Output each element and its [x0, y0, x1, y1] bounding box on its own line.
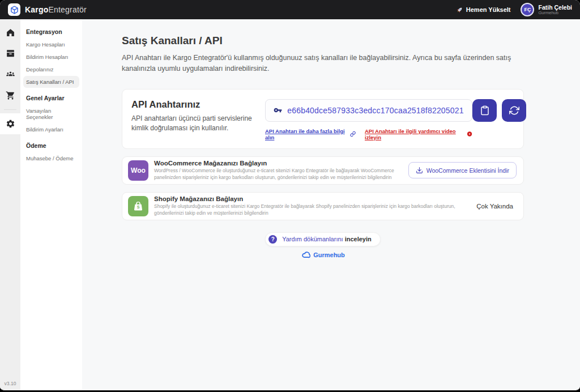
regenerate-api-key-button[interactable] — [502, 99, 526, 122]
rail-divider — [4, 109, 16, 110]
icon-rail: v3.10 — [0, 19, 20, 390]
woocommerce-download-label: WooCommerce Eklentisini İndir — [427, 167, 509, 174]
key-icon — [274, 106, 282, 114]
help-rest: inceleyin — [345, 236, 372, 242]
shopify-logo: S — [128, 196, 148, 216]
page-title: Satış Kanalları / API — [122, 35, 524, 47]
user-menu[interactable]: FÇ Fatih Çelebi Gurmehub — [521, 3, 572, 16]
user-org: Gurmehub — [538, 11, 572, 16]
people-group-icon — [6, 70, 15, 79]
menu-section-genel-ayarlar: Genel Ayarlar — [23, 93, 79, 103]
api-info-link[interactable]: API Anahtarı ile daha fazla bilgi alın — [265, 128, 356, 140]
api-key-card: API Anahtarınız API anahtarları üçüncü p… — [122, 89, 524, 149]
sidebar-item-bildirim-ayarlari[interactable]: Bildirim Ayarları — [23, 123, 79, 135]
gear-icon — [6, 119, 15, 129]
gurmehub-label: Gurmehub — [313, 252, 345, 258]
api-card-description: API anahtarları üçüncü parti servislerin… — [131, 114, 257, 134]
orders-nav[interactable] — [0, 85, 20, 106]
main-area: Satış Kanalları / API API Anahtarı ile K… — [82, 19, 580, 390]
woocommerce-description: WordPress / WooCommerce ile oluşturduğun… — [154, 168, 408, 181]
help-highlight: Yardım dökümanlarını — [282, 236, 343, 242]
settings-nav[interactable] — [0, 113, 20, 134]
top-bar: KargoEntegratör Hemen Yükselt FÇ F — [0, 0, 580, 19]
copy-api-key-button[interactable] — [472, 99, 497, 122]
shopify-card: S Shopify Mağazanızı Bağlayın Shopify il… — [122, 192, 524, 220]
sidebar-item-kargo-hesaplari[interactable]: Kargo Hesapları — [23, 39, 79, 50]
archive-box-icon — [6, 49, 15, 58]
woocommerce-title: WooCommerce Mağazanızı Bağlayın — [154, 160, 408, 167]
api-key-field[interactable]: e66b40dce587933c3edcc170caa2518f82205021 — [265, 99, 472, 122]
woocommerce-logo: Woo — [128, 160, 148, 181]
shipments-nav[interactable] — [0, 43, 20, 64]
link-icon — [350, 131, 356, 137]
api-card-title: API Anahtarınız — [131, 99, 257, 110]
user-name: Fatih Çelebi — [538, 4, 572, 11]
upgrade-button[interactable]: Hemen Yükselt — [456, 6, 511, 14]
play-circle-icon — [467, 131, 472, 137]
app-window: KargoEntegratör Hemen Yükselt FÇ F — [0, 0, 580, 392]
page-description: API Anahtarı ile Kargo Entegratör'ü kull… — [122, 53, 524, 75]
rocket-icon — [456, 6, 463, 14]
shopping-cart-icon — [6, 91, 15, 100]
sidebar-item-depolariniz[interactable]: Depolarınız — [23, 63, 79, 75]
version-label: v3.10 — [0, 381, 20, 386]
cloud-icon — [301, 252, 310, 259]
svg-text:S: S — [137, 205, 140, 210]
sidebar-item-bildirim-hesaplari[interactable]: Bildirim Hesapları — [23, 51, 79, 63]
menu-section-odeme: Ödeme — [23, 141, 79, 150]
avatar: FÇ — [521, 3, 534, 16]
sidebar-menu: Entegrasyon Kargo Hesapları Bildirim Hes… — [20, 19, 82, 390]
sidebar-item-muhasebe-odeme[interactable]: Muhasebe / Ödeme — [23, 152, 79, 164]
shopify-description: Shopify ile oluşturduğunuz e-ticaret sit… — [154, 203, 474, 216]
shopify-bag-icon: S — [133, 201, 144, 212]
download-icon — [416, 167, 423, 174]
woocommerce-download-button[interactable]: WooCommerce Eklentisini İndir — [408, 162, 517, 178]
gurmehub-footer-link[interactable]: Gurmehub — [122, 252, 524, 259]
home-nav[interactable] — [0, 22, 20, 43]
shopify-coming-soon-label: Çok Yakında — [476, 203, 513, 210]
woocommerce-card: Woo WooCommerce Mağazanızı Bağlayın Word… — [122, 156, 524, 185]
package-cube-icon — [10, 6, 19, 14]
customers-nav[interactable] — [0, 64, 20, 85]
sidebar-item-satis-kanallari-api[interactable]: Satış Kanalları / API — [23, 76, 79, 88]
api-video-link-label: API Anahtarı ile ilgili yardımcı video i… — [365, 128, 464, 140]
shopify-title: Shopify Mağazanızı Bağlayın — [154, 195, 476, 202]
api-video-link[interactable]: API Anahtarı ile ilgili yardımcı video i… — [365, 128, 472, 140]
brand-light: Entegratör — [48, 5, 86, 14]
brand-name[interactable]: KargoEntegratör — [25, 5, 87, 14]
question-icon: ? — [268, 235, 277, 244]
brand-bold: Kargo — [25, 5, 48, 14]
home-icon — [6, 28, 15, 37]
menu-section-entegrasyon: Entegrasyon — [23, 27, 79, 36]
api-key-value: e66b40dce587933c3edcc170caa2518f82205021 — [287, 106, 464, 115]
upgrade-label: Hemen Yükselt — [466, 6, 511, 13]
clipboard-icon — [480, 105, 490, 116]
help-docs-button[interactable]: ? Yardım dökümanlarını inceleyin — [265, 232, 381, 246]
sidebar-item-varsayilan-secenekler[interactable]: Varsayılan Seçenekler — [23, 105, 79, 123]
api-info-link-label: API Anahtarı ile daha fazla bilgi alın — [265, 128, 348, 140]
app-logo[interactable] — [8, 3, 20, 16]
refresh-icon — [509, 105, 519, 116]
